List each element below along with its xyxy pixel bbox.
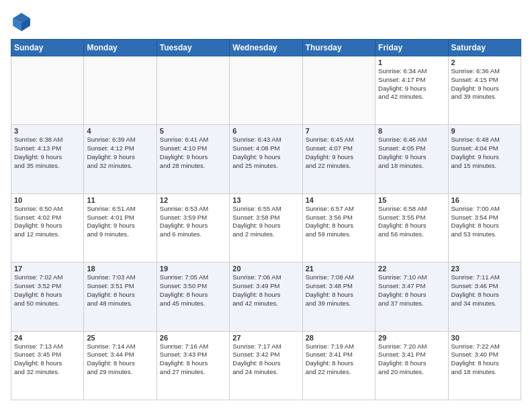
day-info: Sunrise: 7:02 AMSunset: 3:52 PMDaylight:…	[14, 273, 81, 308]
day-number: 23	[451, 265, 518, 273]
calendar-header-friday: Friday	[375, 40, 448, 56]
calendar-table: SundayMondayTuesdayWednesdayThursdayFrid…	[11, 39, 521, 400]
day-number: 29	[378, 334, 445, 342]
day-number: 30	[451, 334, 518, 342]
day-info: Sunrise: 6:41 AMSunset: 4:10 PMDaylight:…	[160, 136, 226, 170]
calendar-cell: 22Sunrise: 7:10 AMSunset: 3:47 PMDayligh…	[375, 263, 448, 331]
day-number: 15	[378, 196, 445, 204]
day-number: 6	[232, 127, 299, 135]
logo-icon	[11, 11, 32, 32]
day-number: 26	[160, 334, 226, 342]
day-number: 9	[451, 127, 518, 135]
calendar-cell: 11Sunrise: 6:51 AMSunset: 4:01 PMDayligh…	[84, 193, 157, 262]
day-info: Sunrise: 6:43 AMSunset: 4:08 PMDaylight:…	[232, 136, 299, 170]
calendar-cell: 19Sunrise: 7:05 AMSunset: 3:50 PMDayligh…	[157, 263, 229, 331]
calendar-week-1: 3Sunrise: 6:38 AMSunset: 4:13 PMDaylight…	[11, 125, 521, 193]
day-info: Sunrise: 7:08 AMSunset: 3:48 PMDaylight:…	[306, 273, 372, 308]
day-number: 22	[378, 265, 445, 273]
calendar-cell: 4Sunrise: 6:39 AMSunset: 4:12 PMDaylight…	[84, 125, 157, 193]
day-number: 20	[232, 265, 299, 273]
calendar-cell: 24Sunrise: 7:13 AMSunset: 3:45 PMDayligh…	[11, 331, 84, 400]
day-number: 10	[14, 196, 81, 204]
day-number: 18	[87, 265, 153, 273]
day-number: 8	[378, 127, 445, 135]
day-number: 14	[306, 196, 372, 204]
page: SundayMondayTuesdayWednesdayThursdayFrid…	[0, 0, 532, 411]
calendar-cell	[302, 56, 375, 125]
calendar-cell: 16Sunrise: 7:00 AMSunset: 3:54 PMDayligh…	[448, 193, 521, 262]
day-info: Sunrise: 6:53 AMSunset: 3:59 PMDaylight:…	[160, 205, 226, 239]
day-number: 19	[160, 265, 226, 273]
day-info: Sunrise: 6:34 AMSunset: 4:17 PMDaylight:…	[378, 67, 445, 101]
calendar-header-wednesday: Wednesday	[230, 40, 302, 56]
calendar-cell: 18Sunrise: 7:03 AMSunset: 3:51 PMDayligh…	[84, 263, 157, 331]
day-number: 12	[160, 196, 226, 204]
day-info: Sunrise: 6:55 AMSunset: 3:58 PMDaylight:…	[232, 205, 299, 239]
calendar-cell: 30Sunrise: 7:22 AMSunset: 3:40 PMDayligh…	[448, 331, 521, 400]
logo	[11, 11, 35, 32]
calendar-cell	[84, 56, 157, 125]
calendar-cell: 25Sunrise: 7:14 AMSunset: 3:44 PMDayligh…	[84, 331, 157, 400]
calendar-cell: 10Sunrise: 6:50 AMSunset: 4:02 PMDayligh…	[11, 193, 84, 262]
day-info: Sunrise: 6:46 AMSunset: 4:05 PMDaylight:…	[378, 136, 445, 170]
calendar-cell: 27Sunrise: 7:17 AMSunset: 3:42 PMDayligh…	[230, 331, 302, 400]
header	[11, 11, 521, 32]
day-info: Sunrise: 7:20 AMSunset: 3:41 PMDaylight:…	[378, 342, 445, 377]
calendar-cell: 21Sunrise: 7:08 AMSunset: 3:48 PMDayligh…	[302, 263, 375, 331]
calendar-week-4: 24Sunrise: 7:13 AMSunset: 3:45 PMDayligh…	[11, 331, 521, 400]
calendar-week-0: 1Sunrise: 6:34 AMSunset: 4:17 PMDaylight…	[11, 56, 521, 125]
day-number: 1	[378, 58, 445, 66]
calendar-cell: 12Sunrise: 6:53 AMSunset: 3:59 PMDayligh…	[157, 193, 229, 262]
calendar-cell: 15Sunrise: 6:58 AMSunset: 3:55 PMDayligh…	[375, 193, 448, 262]
day-number: 2	[451, 58, 518, 66]
day-number: 13	[232, 196, 299, 204]
calendar-header-sunday: Sunday	[11, 40, 84, 56]
calendar-cell: 28Sunrise: 7:19 AMSunset: 3:41 PMDayligh…	[302, 331, 375, 400]
day-info: Sunrise: 7:19 AMSunset: 3:41 PMDaylight:…	[306, 342, 372, 377]
day-number: 28	[306, 334, 372, 342]
calendar-header-thursday: Thursday	[302, 40, 375, 56]
day-info: Sunrise: 6:48 AMSunset: 4:04 PMDaylight:…	[451, 136, 518, 170]
day-info: Sunrise: 7:11 AMSunset: 3:46 PMDaylight:…	[451, 273, 518, 308]
calendar-header-monday: Monday	[84, 40, 157, 56]
day-info: Sunrise: 7:17 AMSunset: 3:42 PMDaylight:…	[232, 342, 299, 377]
day-number: 3	[14, 127, 81, 135]
day-number: 7	[306, 127, 372, 135]
calendar-cell: 20Sunrise: 7:06 AMSunset: 3:49 PMDayligh…	[230, 263, 302, 331]
day-info: Sunrise: 7:14 AMSunset: 3:44 PMDaylight:…	[87, 342, 153, 377]
day-info: Sunrise: 6:36 AMSunset: 4:15 PMDaylight:…	[451, 67, 518, 101]
calendar-cell	[230, 56, 302, 125]
day-info: Sunrise: 6:38 AMSunset: 4:13 PMDaylight:…	[14, 136, 81, 170]
calendar-cell: 13Sunrise: 6:55 AMSunset: 3:58 PMDayligh…	[230, 193, 302, 262]
calendar-week-2: 10Sunrise: 6:50 AMSunset: 4:02 PMDayligh…	[11, 193, 521, 262]
day-info: Sunrise: 6:39 AMSunset: 4:12 PMDaylight:…	[87, 136, 153, 170]
day-info: Sunrise: 6:57 AMSunset: 3:56 PMDaylight:…	[306, 205, 372, 239]
day-info: Sunrise: 6:45 AMSunset: 4:07 PMDaylight:…	[306, 136, 372, 170]
calendar-cell: 7Sunrise: 6:45 AMSunset: 4:07 PMDaylight…	[302, 125, 375, 193]
day-number: 5	[160, 127, 226, 135]
day-number: 17	[14, 265, 81, 273]
day-info: Sunrise: 7:06 AMSunset: 3:49 PMDaylight:…	[232, 273, 299, 308]
calendar-cell: 29Sunrise: 7:20 AMSunset: 3:41 PMDayligh…	[375, 331, 448, 400]
day-number: 24	[14, 334, 81, 342]
calendar-header-tuesday: Tuesday	[157, 40, 229, 56]
day-number: 25	[87, 334, 153, 342]
day-info: Sunrise: 7:00 AMSunset: 3:54 PMDaylight:…	[451, 205, 518, 239]
calendar-cell: 9Sunrise: 6:48 AMSunset: 4:04 PMDaylight…	[448, 125, 521, 193]
day-info: Sunrise: 7:22 AMSunset: 3:40 PMDaylight:…	[451, 342, 518, 377]
calendar-cell: 5Sunrise: 6:41 AMSunset: 4:10 PMDaylight…	[157, 125, 229, 193]
calendar-cell: 26Sunrise: 7:16 AMSunset: 3:43 PMDayligh…	[157, 331, 229, 400]
calendar-cell: 14Sunrise: 6:57 AMSunset: 3:56 PMDayligh…	[302, 193, 375, 262]
day-info: Sunrise: 7:03 AMSunset: 3:51 PMDaylight:…	[87, 273, 153, 308]
calendar-cell: 3Sunrise: 6:38 AMSunset: 4:13 PMDaylight…	[11, 125, 84, 193]
day-info: Sunrise: 6:51 AMSunset: 4:01 PMDaylight:…	[87, 205, 153, 239]
calendar-header-saturday: Saturday	[448, 40, 521, 56]
day-info: Sunrise: 7:16 AMSunset: 3:43 PMDaylight:…	[160, 342, 226, 377]
calendar-cell: 17Sunrise: 7:02 AMSunset: 3:52 PMDayligh…	[11, 263, 84, 331]
calendar-cell: 6Sunrise: 6:43 AMSunset: 4:08 PMDaylight…	[230, 125, 302, 193]
day-number: 16	[451, 196, 518, 204]
day-number: 21	[306, 265, 372, 273]
day-info: Sunrise: 7:05 AMSunset: 3:50 PMDaylight:…	[160, 273, 226, 308]
calendar-week-3: 17Sunrise: 7:02 AMSunset: 3:52 PMDayligh…	[11, 263, 521, 331]
day-number: 4	[87, 127, 153, 135]
